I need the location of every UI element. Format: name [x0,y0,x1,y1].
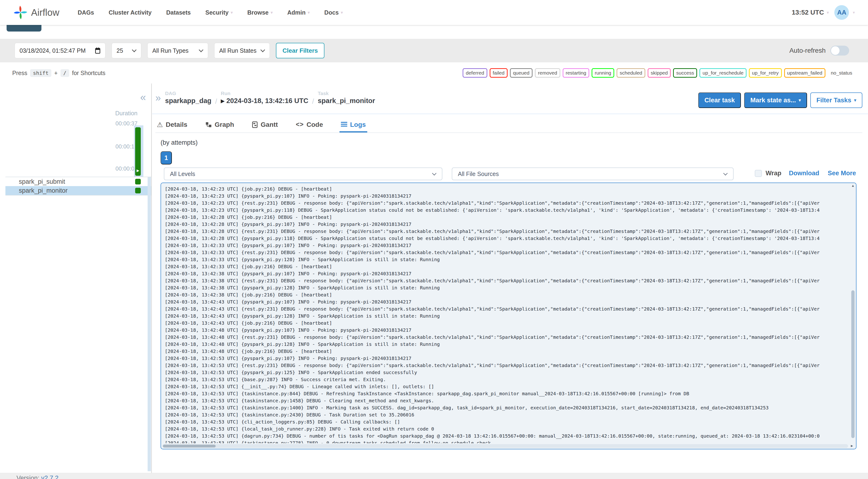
log-line: [2024-03-18, 13:42:33 UTC] {job.py:216} … [165,263,846,270]
task-label[interactable]: spark_pi_submit [19,178,65,185]
log-output: [2024-03-18, 13:42:23 UTC] {job.py:216} … [160,183,857,449]
state-badge[interactable]: scheduled [617,68,645,77]
task-row-spark-pi-monitor[interactable]: spark_pi_monitor [5,186,151,195]
vertical-scroll-thumb[interactable] [851,290,855,438]
filter-bar: 03/18/2024, 01:52:47 PM 25 All Run Types… [0,39,868,62]
duration-axis-label: Duration [115,110,138,117]
state-badge[interactable]: upstream_failed [784,68,826,77]
state-badge[interactable]: up_for_reschedule [700,68,746,77]
log-line: [2024-03-18, 13:42:23 UTC] {pyspark_pi.p… [165,206,846,214]
log-line: [2024-03-18, 13:42:53 UTC] {taskinstance… [165,440,846,443]
gantt-icon [252,121,258,128]
clock-dropdown[interactable]: 13:52 UTC ▾ [792,9,829,16]
details-icon: ⚠ [157,121,163,129]
see-more-link[interactable]: See More [828,170,856,177]
tab-details[interactable]: ⚠ Details [155,118,189,132]
state-badge[interactable]: no_status [828,68,855,77]
avatar[interactable]: AA [834,5,849,20]
filter-tasks-button[interactable]: Filter Tasks▾ [810,92,862,108]
log-line: [2024-03-18, 13:42:28 UTC] {pyspark_pi.p… [165,235,846,242]
wrap-toggle[interactable]: Wrap [755,170,781,177]
task-row-spark-pi-submit[interactable]: spark_pi_submit [5,177,151,186]
log-line: [2024-03-18, 13:42:43 UTC] {pyspark_pi.p… [165,313,846,319]
expand-panel-icon[interactable]: » [155,93,161,103]
mark-state-as-button[interactable]: Mark state as...▾ [744,92,807,108]
log-line: [2024-03-18, 13:42:53 UTC] {rest.py:231}… [165,362,846,369]
wrap-label: Wrap [766,170,781,177]
log-line: [2024-03-18, 13:42:53 UTC] {taskinstance… [165,411,846,418]
tab-graph[interactable]: Graph [204,118,236,132]
log-line: [2024-03-18, 13:42:23 UTC] {pyspark_pi.p… [165,192,846,199]
nav-item-dags[interactable]: DAGs [78,9,94,16]
log-line: [2024-03-18, 13:42:53 UTC] {dagrun.py:73… [165,433,846,440]
log-line: [2024-03-18, 13:42:33 UTC] {pyspark_pi.p… [165,256,846,263]
state-badge[interactable]: restarting [563,68,589,77]
nav-item-cluster-activity[interactable]: Cluster Activity [109,9,152,16]
log-levels-select[interactable]: All Levels [164,167,442,180]
nav-item-datasets[interactable]: Datasets [166,9,191,16]
log-line: [2024-03-18, 13:42:43 UTC] {rest.py:231}… [165,306,846,313]
version-link[interactable]: v2.7.2 [41,475,59,479]
state-badge[interactable]: queued [510,68,532,77]
divider [152,114,868,114]
state-badge[interactable]: running [592,68,614,77]
base-date-input[interactable]: 03/18/2024, 01:52:47 PM [14,43,105,58]
state-badge[interactable]: up_for_retry [749,68,782,77]
log-line: [2024-03-18, 13:42:23 UTC] {job.py:216} … [165,185,846,192]
clear-task-button[interactable]: Clear task [698,92,741,108]
run-name[interactable]: ▶ 2024-03-18, 13:42:16 UTC [221,97,308,105]
page-size-select[interactable]: 25 [112,43,141,58]
log-line: [2024-03-18, 13:42:33 UTC] {rest.py:231}… [165,249,846,256]
calendar-icon[interactable] [95,47,100,54]
tab-code[interactable]: <> Code [294,118,324,132]
log-line: [2024-03-18, 13:42:28 UTC] {pyspark_pi.p… [165,221,846,228]
collapse-sidebar-icon[interactable]: « [140,92,146,102]
log-line: [2024-03-18, 13:42:53 UTC] {cli_action_l… [165,418,846,425]
chevron-down-icon [132,47,136,52]
log-line: [2024-03-18, 13:42:53 UTC] {taskinstance… [165,390,846,397]
nav-item-security[interactable]: Security▾ [205,9,232,16]
download-log-link[interactable]: Download [789,170,819,177]
state-badge[interactable]: success [673,68,697,77]
log-horizontal-scrollbar[interactable] [162,444,848,448]
scroll-up-icon[interactable]: ▲ [851,184,855,187]
airflow-brand[interactable]: Airflow [13,5,59,20]
run-types-select[interactable]: All Run Types [147,43,208,58]
nav-item-admin[interactable]: Admin▾ [287,9,310,16]
file-sources-select[interactable]: All File Sources [452,167,734,180]
state-badge[interactable]: skipped [648,68,671,77]
horizontal-scroll-thumb[interactable] [163,445,216,447]
state-badge[interactable]: deferred [463,68,487,77]
log-line: [2024-03-18, 13:42:23 UTC] {rest.py:231}… [165,199,846,206]
task-state-square-success[interactable] [135,188,141,193]
state-badge[interactable]: removed [535,68,560,77]
run-states-select[interactable]: All Run States [214,43,270,58]
log-line: [2024-03-18, 13:42:43 UTC] {job.py:216} … [165,319,846,326]
detail-tabs: ⚠ Details Graph [155,118,862,133]
task-label[interactable]: spark_pi_monitor [19,187,68,194]
logs-icon [341,122,347,128]
user-menu[interactable]: AA ▾ [834,5,855,20]
scroll-right-icon[interactable]: ► [850,444,854,447]
sidebar-scrollbar[interactable] [148,177,151,471]
task-name[interactable]: spark_pi_monitor [318,97,375,105]
breadcrumb-task: Task spark_pi_monitor [318,91,375,105]
clear-filters-button[interactable]: Clear Filters [276,43,324,58]
log-line: [2024-03-18, 13:42:38 UTC] {job.py:216} … [165,291,846,298]
auto-refresh-toggle[interactable] [830,45,849,56]
nav-item-docs[interactable]: Docs▾ [324,9,343,16]
log-vertical-scrollbar[interactable]: ▲ [851,184,855,443]
nav-item-browse[interactable]: Browse▾ [247,9,273,16]
log-line: [2024-03-18, 13:42:38 UTC] {pyspark_pi.p… [165,284,846,291]
dag-name[interactable]: sparkapp_dag [165,97,211,105]
state-badge[interactable]: failed [490,68,507,77]
attempt-1-button[interactable]: 1 [160,151,172,164]
tab-gantt[interactable]: Gantt [250,118,279,132]
log-line: [2024-03-18, 13:42:43 UTC] {pyspark_pi.p… [165,298,846,306]
log-line: [2024-03-18, 13:42:48 UTC] {job.py:216} … [165,348,846,355]
wrap-checkbox[interactable] [755,170,762,177]
task-state-square-success[interactable] [135,179,141,185]
code-icon: <> [296,121,304,128]
breadcrumb-dag: DAG sparkapp_dag [165,91,211,105]
tab-logs[interactable]: Logs [339,118,367,132]
